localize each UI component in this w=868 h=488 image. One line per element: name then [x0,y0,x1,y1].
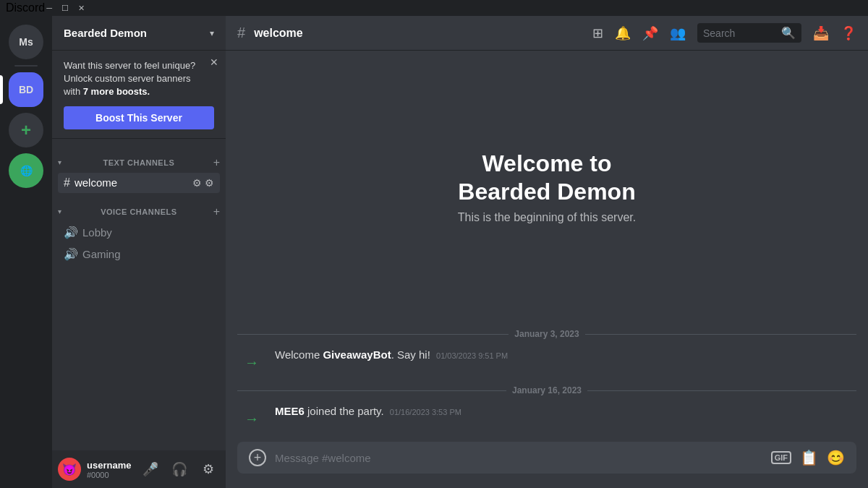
message-username-mee6: MEE6 [275,405,305,417]
title-bar-text: Discord [6,1,45,14]
messages-list: January 3, 2023 → Welcome GiveawayBot. S… [226,323,868,442]
boost-banner: ✕ Want this server to feel unique? Unloc… [52,51,226,139]
welcome-subtitle: This is the beginning of this server. [458,211,636,224]
welcome-title: Welcome toBearded Demon [458,150,635,205]
voice-channel-icon-lobby: 🔊 [64,226,78,239]
boost-banner-text: Want this server to feel unique? Unlock … [64,59,214,99]
title-bar: Discord ─ ☐ ✕ [0,0,868,16]
search-bar[interactable]: 🔍 [697,23,801,43]
channel-item-gaming[interactable]: 🔊 Gaming [58,244,220,265]
gif-button[interactable]: GIF [771,451,791,464]
message-input-box: + GIF 📋 😊 [237,442,856,474]
avatar: 😈 [58,458,81,481]
message-row-giveawaybot: → Welcome GiveawayBot. Say hi! 01/03/202… [226,345,868,380]
message-content-1: Welcome GiveawayBot. Say hi! 01/03/2023 … [275,348,856,363]
channel-name-welcome: welcome [75,176,117,189]
mute-microphone-button[interactable]: 🎤 [139,458,162,481]
message-row-mee6: → MEE6 joined the party. 01/16/2023 3:53… [226,401,868,436]
date-label-jan3: January 3, 2023 [514,329,579,339]
maximize-button[interactable]: ☐ [61,4,69,12]
message-join-icon-2: → [237,404,266,433]
search-icon: 🔍 [781,26,796,40]
message-input-area: + GIF 📋 😊 [226,442,868,488]
channel-list: ▾ TEXT CHANNELS + # welcome ⚙ ⚙ ▾ VOICE … [52,139,226,450]
channel-header: # welcome ⊞ 🔔 📌 👥 🔍 📥 ❓ [226,16,868,51]
window-controls: ─ ☐ ✕ [45,4,85,12]
text-channel-icon: # [64,176,70,189]
server-icon-ms[interactable]: Ms [9,25,43,59]
channel-header-name: welcome [254,27,303,40]
boost-server-button[interactable]: Boost This Server [64,106,214,129]
text-channels-chevron-icon: ▾ [58,158,61,166]
message-username-giveawaybot: GiveawayBot [323,348,391,361]
deafen-button[interactable]: 🎧 [168,458,191,481]
minimize-button[interactable]: ─ [45,4,54,12]
voice-channels-label: VOICE CHANNELS [101,207,176,216]
create-thread-icon[interactable]: 📋 [800,449,818,466]
server-list: Ms BD + 🌐 [0,16,52,488]
active-indicator [0,75,3,104]
inbox-icon[interactable]: 📥 [813,25,829,41]
message-content-2: MEE6 joined the party. 01/16/2023 3:53 P… [275,404,856,419]
voice-channels-chevron-icon: ▾ [58,207,61,215]
help-icon[interactable]: ❓ [841,25,856,41]
text-channels-category[interactable]: ▾ TEXT CHANNELS + [52,145,226,172]
voice-channel-icon-gaming: 🔊 [64,247,78,261]
channel-item-welcome[interactable]: # welcome ⚙ ⚙ [58,173,220,193]
channel-sidebar: Bearded Demon ▾ ✕ Want this server to fe… [52,16,226,488]
voice-channels-category[interactable]: ▾ VOICE CHANNELS + [52,194,226,221]
message-timestamp-2: 01/16/2023 3:53 PM [390,408,461,416]
channel-header-hash-icon: # [237,25,245,41]
text-channels-label: TEXT CHANNELS [103,158,174,167]
server-header[interactable]: Bearded Demon ▾ [52,16,226,51]
message-timestamp-1: 01/03/2023 9:51 PM [436,351,508,360]
server-name: Bearded Demon [64,27,210,39]
add-attachment-button[interactable]: + [249,449,266,466]
server-icon-green[interactable]: 🌐 [9,153,43,188]
server-header-chevron-icon: ▾ [210,28,214,38]
pinned-messages-icon[interactable]: 📌 [642,25,658,41]
close-button[interactable]: ✕ [77,4,85,12]
user-discriminator: #0000 [87,471,133,479]
channel-actions: ⚙ ⚙ [192,177,214,189]
messages-area: Welcome toBearded Demon This is the begi… [226,51,868,442]
add-voice-channel-button[interactable]: + [213,205,220,218]
boost-banner-close-button[interactable]: ✕ [210,56,218,68]
server-icon-bd[interactable]: BD [9,72,43,107]
user-bar: 😈 username #0000 🎤 🎧 ⚙ [52,450,226,488]
header-actions: ⊞ 🔔 📌 👥 🔍 📥 ❓ [592,23,856,43]
date-label-jan16: January 16, 2023 [512,385,582,395]
main-content: # welcome ⊞ 🔔 📌 👥 🔍 📥 ❓ Welcome toBearde… [226,16,868,488]
add-server-button[interactable]: + [9,113,43,147]
welcome-section: Welcome toBearded Demon This is the begi… [226,51,868,323]
emoji-button[interactable]: 😊 [827,449,845,466]
date-separator-jan16: January 16, 2023 [226,380,868,401]
member-list-icon[interactable]: 👥 [670,25,686,41]
user-settings-button[interactable]: ⚙ [197,458,220,481]
username: username [87,460,133,471]
channel-name-lobby: Lobby [82,226,112,239]
user-info: username #0000 [87,460,133,479]
channel-item-lobby[interactable]: 🔊 Lobby [58,222,220,243]
server-list-divider [14,65,38,67]
date-separator-jan3: January 3, 2023 [226,323,868,345]
notification-bell-icon[interactable]: 🔔 [615,25,631,41]
threads-icon[interactable]: ⊞ [592,25,603,41]
message-join-icon-1: → [237,348,266,377]
search-input[interactable] [703,27,777,39]
message-input[interactable] [275,452,762,464]
channel-settings-icon[interactable]: ⚙ [205,177,214,189]
channel-name-gaming: Gaming [82,248,121,260]
invite-people-icon[interactable]: ⚙ [192,177,202,189]
add-text-channel-button[interactable]: + [213,156,220,169]
